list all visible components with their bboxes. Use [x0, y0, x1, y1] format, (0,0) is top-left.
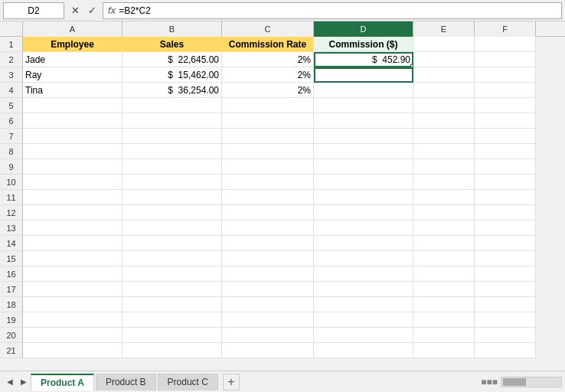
cell-E2[interactable] — [413, 52, 475, 67]
cell-D3[interactable] — [314, 67, 413, 83]
table-row: 17 — [0, 282, 565, 297]
table-row: 18 — [0, 297, 565, 312]
cell-B4[interactable]: $ 36,254.00 — [122, 83, 222, 98]
cell-C4[interactable]: 2% — [222, 83, 314, 98]
sheet-tab-product-c[interactable]: Product C — [158, 374, 218, 390]
horizontal-scrollbar[interactable] — [501, 377, 562, 387]
col-header-E[interactable]: E — [413, 21, 475, 37]
cell-F1[interactable] — [475, 37, 536, 52]
cell-B3[interactable]: $ 15,462.00 — [122, 67, 222, 83]
scrollbar-thumb — [503, 378, 526, 386]
cell-A4[interactable]: Tina — [23, 83, 122, 98]
table-row: 10 — [0, 175, 565, 190]
tab-nav-prev[interactable]: ◀ — [3, 375, 17, 389]
table-row: 5 — [0, 98, 565, 113]
cell-E1[interactable] — [413, 37, 475, 52]
cell-F3[interactable] — [475, 67, 536, 83]
sheet-tab-product-b[interactable]: Product B — [96, 374, 156, 390]
formula-content: =B2*C2 — [119, 5, 151, 16]
col-header-A[interactable]: A — [23, 21, 122, 37]
grid-body: 1 Employee Sales Commission Rate Commiss… — [0, 37, 565, 371]
table-row: 21 — [0, 343, 565, 358]
cell-D4[interactable] — [314, 83, 413, 98]
table-row: 1 Employee Sales Commission Rate Commiss… — [0, 37, 565, 52]
table-row: 9 — [0, 159, 565, 175]
sheet-tab-product-a[interactable]: Product A — [31, 374, 94, 390]
row-num-header — [0, 21, 23, 36]
table-row: 13 — [0, 220, 565, 236]
tab-nav-next[interactable]: ▶ — [17, 375, 31, 389]
table-row: 19 — [0, 312, 565, 328]
cell-D2[interactable]: $ 452.90 + — [314, 52, 413, 67]
col-header-B[interactable]: B — [122, 21, 222, 37]
table-row: 6 — [0, 113, 565, 129]
table-row: 3 Ray $ 15,462.00 2% — [0, 67, 565, 83]
cell-F2[interactable] — [475, 52, 536, 67]
cell-A1[interactable]: Employee — [23, 37, 122, 52]
formula-bar[interactable]: fx =B2*C2 — [103, 2, 562, 19]
table-row: 2 Jade $ 22,645.00 2% $ 452.90 + — [0, 52, 565, 67]
cell-B2[interactable]: $ 22,645.00 — [122, 52, 222, 67]
col-header-D[interactable]: D — [314, 21, 413, 37]
col-headers: A B C D E F — [0, 21, 565, 37]
fx-label: fx — [108, 5, 116, 16]
col-header-F[interactable]: F — [475, 21, 536, 37]
table-row: 20 — [0, 328, 565, 343]
cell-C2[interactable]: 2% — [222, 52, 314, 67]
scroll-indicator: ■■■ — [481, 377, 498, 387]
table-row: 15 — [0, 251, 565, 266]
table-row: 11 — [0, 190, 565, 205]
cell-D1[interactable]: Commission ($) — [314, 37, 413, 52]
table-row: 12 — [0, 205, 565, 220]
tab-bar: ◀ ▶ Product A Product B Product C + ■■■ — [0, 371, 565, 392]
table-row: 8 — [0, 144, 565, 159]
cell-B1[interactable]: Sales — [122, 37, 222, 52]
cell-C1[interactable]: Commission Rate — [222, 37, 314, 52]
add-sheet-button[interactable]: + — [223, 374, 240, 390]
cell-E4[interactable] — [413, 83, 475, 98]
fill-cursor: + — [408, 64, 413, 67]
spreadsheet: A B C D E F 1 Employee Sales Commission … — [0, 21, 565, 371]
row-num-3: 3 — [0, 67, 23, 83]
cell-F4[interactable] — [475, 83, 536, 98]
table-row: 7 — [0, 129, 565, 144]
cell-E3[interactable] — [413, 67, 475, 83]
row-num-2: 2 — [0, 52, 23, 67]
col-header-C[interactable]: C — [222, 21, 314, 37]
formula-confirm-btn[interactable]: ✓ — [84, 2, 100, 19]
cell-A3[interactable]: Ray — [23, 67, 122, 83]
cell-C3[interactable]: 2% — [222, 67, 314, 83]
table-row: 16 — [0, 266, 565, 282]
top-bar: D2 ✕ ✓ fx =B2*C2 — [0, 0, 565, 21]
name-box[interactable]: D2 — [3, 2, 64, 19]
table-row: 4 Tina $ 36,254.00 2% — [0, 83, 565, 98]
formula-controls: ✕ ✓ — [67, 2, 100, 19]
table-row: 14 — [0, 236, 565, 251]
formula-cancel-btn[interactable]: ✕ — [67, 2, 83, 19]
row-num-1: 1 — [0, 37, 23, 52]
cell-A2[interactable]: Jade — [23, 52, 122, 67]
row-num-4: 4 — [0, 83, 23, 98]
